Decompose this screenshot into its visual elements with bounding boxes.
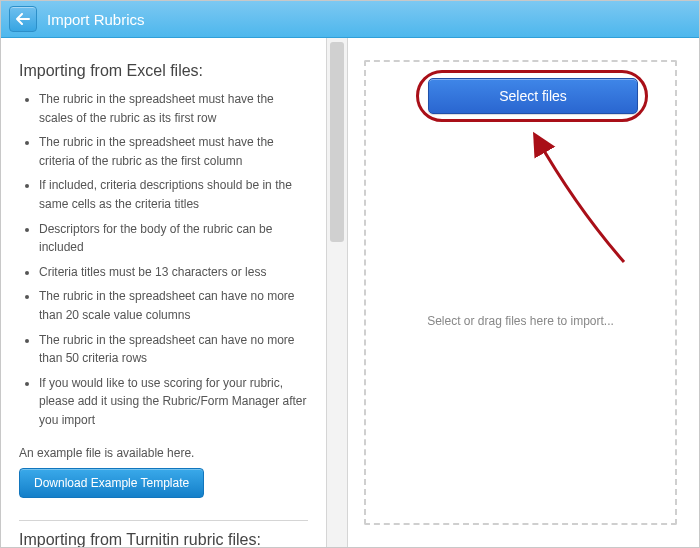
section-divider: [19, 520, 308, 521]
list-item: The rubric in the spreadsheet can have n…: [39, 331, 308, 368]
file-drop-zone[interactable]: Select files Select or drag files here t…: [364, 60, 677, 525]
download-example-button[interactable]: Download Example Template: [19, 468, 204, 498]
drop-hint-text: Select or drag files here to import...: [366, 314, 675, 328]
list-item: The rubric in the spreadsheet must have …: [39, 90, 308, 127]
select-files-label: Select files: [499, 88, 567, 104]
left-panel: Importing from Excel files: The rubric i…: [1, 38, 326, 547]
vertical-scrollbar[interactable]: [326, 38, 348, 547]
list-item: Descriptors for the body of the rubric c…: [39, 220, 308, 257]
body: Importing from Excel files: The rubric i…: [1, 38, 699, 547]
example-text: An example file is available here.: [19, 446, 308, 460]
header-title: Import Rubrics: [47, 11, 145, 28]
excel-rules-list: The rubric in the spreadsheet must have …: [19, 90, 308, 430]
arrow-left-icon: [16, 13, 30, 25]
list-item: The rubric in the spreadsheet can have n…: [39, 287, 308, 324]
list-item: If included, criteria descriptions shoul…: [39, 176, 308, 213]
annotation-arrow-icon: [516, 117, 646, 267]
header-bar: Import Rubrics: [1, 1, 699, 38]
right-panel: Select files Select or drag files here t…: [348, 38, 699, 547]
select-files-button[interactable]: Select files: [428, 78, 638, 114]
list-item: If you would like to use scoring for you…: [39, 374, 308, 430]
turnitin-heading: Importing from Turnitin rubric files:: [19, 531, 308, 548]
scrollbar-thumb[interactable]: [330, 42, 344, 242]
list-item: The rubric in the spreadsheet must have …: [39, 133, 308, 170]
list-item: Criteria titles must be 13 characters or…: [39, 263, 308, 282]
back-button[interactable]: [9, 6, 37, 32]
window-frame: Import Rubrics Importing from Excel file…: [0, 0, 700, 548]
excel-heading: Importing from Excel files:: [19, 62, 308, 80]
